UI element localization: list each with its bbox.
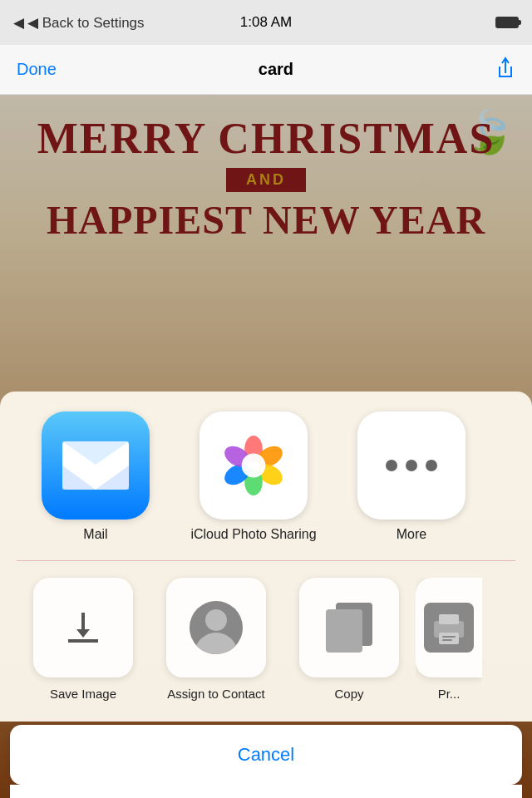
save-image-icon xyxy=(33,578,133,677)
print-label: Pr... xyxy=(424,686,474,702)
contact-head xyxy=(205,609,227,631)
more-dots-icon xyxy=(386,460,437,471)
share-button[interactable] xyxy=(495,55,515,84)
mail-label: Mail xyxy=(83,526,107,544)
printer-icon xyxy=(431,609,467,646)
app-row: Mail iCloud Pho xyxy=(17,411,515,561)
envelope-bottom-right xyxy=(96,466,129,490)
back-label: ◀ Back to Settings xyxy=(27,14,145,32)
cancel-label: Cancel xyxy=(238,744,294,766)
bottom-spacer xyxy=(10,785,522,798)
cancel-button[interactable]: Cancel xyxy=(10,725,522,785)
photos-app-icon xyxy=(200,411,308,520)
done-button[interactable]: Done xyxy=(17,60,57,79)
more-label: More xyxy=(397,526,426,544)
more-app-icon xyxy=(357,411,466,520)
mail-app-icon xyxy=(42,411,150,520)
arrow-head xyxy=(76,629,90,638)
share-app-icloud-photos[interactable]: iCloud Photo Sharing xyxy=(175,411,332,544)
back-to-settings[interactable]: ◀ ◀ Back to Settings xyxy=(13,14,145,32)
arrow-base xyxy=(68,639,98,643)
icloud-photos-label: iCloud Photo Sharing xyxy=(190,526,316,544)
envelope-icon xyxy=(62,441,129,490)
svg-rect-9 xyxy=(439,614,459,624)
arrow-line xyxy=(81,613,85,629)
photos-flower-icon xyxy=(216,428,291,503)
print-icon xyxy=(416,578,482,677)
status-bar: ◀ ◀ Back to Settings 1:08 AM xyxy=(0,0,532,45)
share-sheet: Mail iCloud Pho xyxy=(0,392,532,798)
dot-1 xyxy=(386,460,397,471)
copy-pages-icon xyxy=(326,603,372,653)
dot-2 xyxy=(406,460,417,471)
assign-contact-label: Assign to Contact xyxy=(167,686,265,702)
battery-indicator xyxy=(495,17,519,28)
copy-label: Copy xyxy=(334,686,363,702)
contact-circle-icon xyxy=(190,601,243,654)
status-time: 1:08 AM xyxy=(240,14,292,31)
svg-rect-11 xyxy=(442,636,456,638)
svg-point-7 xyxy=(242,453,266,477)
share-panel: Mail iCloud Pho xyxy=(0,392,532,722)
nav-bar: Done card xyxy=(0,45,532,95)
save-arrow xyxy=(76,613,90,638)
assign-contact-icon xyxy=(166,578,266,677)
back-chevron: ◀ xyxy=(13,14,24,32)
dot-3 xyxy=(426,460,437,471)
share-app-more[interactable]: More xyxy=(332,411,490,544)
copy-icon xyxy=(299,578,399,677)
action-save-image[interactable]: Save Image xyxy=(17,578,150,702)
action-copy[interactable]: Copy xyxy=(283,578,416,702)
action-print[interactable]: Pr... xyxy=(416,578,482,702)
action-row: Save Image Assign to Contact xyxy=(17,561,515,709)
battery-icon xyxy=(495,17,519,28)
save-image-label: Save Image xyxy=(50,686,116,702)
envelope-bottom-left xyxy=(62,466,96,490)
nav-title: card xyxy=(259,60,293,79)
svg-rect-12 xyxy=(442,639,452,641)
svg-rect-10 xyxy=(439,633,459,644)
share-app-mail[interactable]: Mail xyxy=(17,411,175,544)
share-icon xyxy=(495,55,515,80)
save-image-visual xyxy=(68,613,98,643)
envelope-flap xyxy=(62,441,129,465)
copy-page-front xyxy=(326,609,362,653)
contact-body xyxy=(195,633,238,654)
print-visual xyxy=(424,603,474,653)
action-assign-contact[interactable]: Assign to Contact xyxy=(150,578,283,702)
